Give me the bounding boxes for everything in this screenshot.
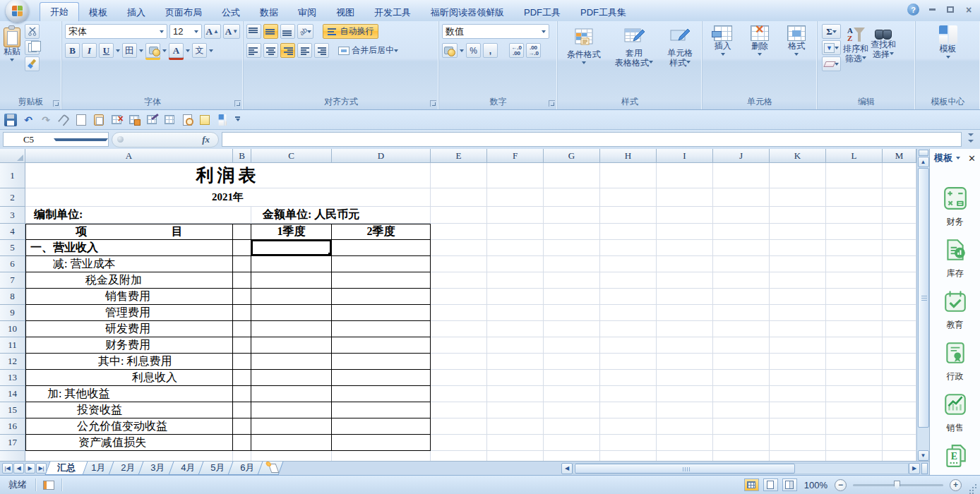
cell-M4[interactable] [883,224,916,240]
zoom-slider[interactable] [853,484,943,486]
grow-font-button[interactable]: A▲ [204,24,221,39]
cell-B12[interactable] [233,354,251,370]
cell-F1[interactable] [487,163,544,188]
next-sheet-button[interactable]: ▶ [25,463,35,474]
row-header-10[interactable]: 10 [0,321,25,337]
cell-K8[interactable] [770,289,826,305]
cell-E14[interactable] [431,386,487,402]
paste-button[interactable]: 粘贴 [3,24,21,64]
redo-arrow-icon[interactable]: ↷ [40,114,52,126]
customize-qat-button[interactable] [235,116,240,124]
font-size-combo[interactable]: 12 [169,24,202,39]
cell-C14[interactable] [251,386,332,402]
cell-I13[interactable] [657,370,713,386]
cell-C10[interactable] [251,321,332,337]
row-header-17[interactable]: 17 [0,435,25,451]
cell-J18[interactable] [713,451,770,461]
cell-D12[interactable] [332,354,431,370]
ribbon-tab-PDF工具集[interactable]: PDF工具集 [570,4,636,21]
fx-button[interactable]: fx [202,134,210,145]
ribbon-tab-页面布局[interactable]: 页面布局 [155,4,212,21]
ribbon-tab-数据[interactable]: 数据 [250,4,288,21]
number-format-combo[interactable]: 数值 [442,24,549,39]
cell-K4[interactable] [770,224,826,240]
insert-worksheet-tab[interactable] [258,462,284,475]
cell-B7[interactable] [233,272,251,289]
row-header-2[interactable]: 2 [0,188,25,207]
cell-J11[interactable] [713,337,770,354]
cell-E1[interactable] [431,163,487,188]
increase-decimal-button[interactable]: ←.0.00 [509,43,524,58]
cell-H5[interactable] [600,240,657,256]
cell-M16[interactable] [883,418,916,435]
format-painter-button[interactable] [25,56,40,71]
cell-A12[interactable]: 其中: 利息费用 [25,354,233,370]
cell-L5[interactable] [826,240,883,256]
cell-A5[interactable]: 一、营业收入 [25,240,233,256]
cell-D14[interactable] [332,386,431,402]
cell-K11[interactable] [770,337,826,354]
cell-F10[interactable] [487,321,544,337]
name-box[interactable]: C5 [3,132,109,147]
sheet-tab-汇总[interactable]: 汇总 [45,462,88,475]
cell-E17[interactable] [431,435,487,451]
vertical-scrollbar[interactable]: ▲ ▼ [916,149,929,461]
delete-cells-button[interactable]: 删除 [751,24,769,58]
column-header-F[interactable]: F [487,149,544,163]
cell-G8[interactable] [544,289,600,305]
cell-B10[interactable] [233,321,251,337]
layout-blocks-icon[interactable] [216,114,229,126]
row-header-3[interactable]: 3 [0,207,25,224]
cell-M8[interactable] [883,289,916,305]
cell-I6[interactable] [657,256,713,272]
cell-H6[interactable] [600,256,657,272]
cell-M9[interactable] [883,305,916,321]
cell-E9[interactable] [431,305,487,321]
cell-L15[interactable] [826,402,883,418]
column-header-D[interactable]: D [332,149,431,163]
cell-F6[interactable] [487,256,544,272]
cell-G18[interactable] [544,451,600,461]
cell-D4[interactable]: 2季度 [332,224,431,240]
cell-K14[interactable] [770,386,826,402]
page-layout-view-button[interactable] [763,478,778,491]
cell-F12[interactable] [487,354,544,370]
cell-M17[interactable] [883,435,916,451]
cut-button[interactable] [25,24,40,39]
accounting-dropdown-arrow[interactable] [460,49,464,54]
cell-D16[interactable] [332,418,431,435]
normal-view-button[interactable] [744,478,759,491]
cell-J2[interactable] [713,188,770,207]
cell-L11[interactable] [826,337,883,354]
cell-E2[interactable] [431,188,487,207]
copy-button[interactable] [25,40,40,55]
align-middle-button[interactable] [263,24,278,39]
cell-E10[interactable] [431,321,487,337]
row-header-5[interactable]: 5 [0,240,25,256]
cell-A9[interactable]: 管理费用 [25,305,233,321]
column-header-H[interactable]: H [600,149,657,163]
sidebar-dropdown-arrow[interactable] [956,157,960,162]
close-button[interactable]: × [963,5,974,15]
cell-C8[interactable] [251,289,332,305]
horizontal-scrollbar[interactable]: ◀ ▶ [561,462,929,476]
accounting-format-button[interactable] [442,43,458,58]
cell-F13[interactable] [487,370,544,386]
row-header-8[interactable]: 8 [0,289,25,305]
cell-I7[interactable] [657,272,713,289]
cell-I4[interactable] [657,224,713,240]
sidebar-item-销售[interactable]: 销售 [930,392,980,443]
cell-I15[interactable] [657,402,713,418]
ribbon-tab-公式[interactable]: 公式 [212,4,250,21]
help-icon[interactable]: ? [907,4,919,16]
cell-H2[interactable] [600,188,657,207]
horizontal-split-handle[interactable] [921,463,928,474]
cell-F18[interactable] [487,451,544,461]
cell-F17[interactable] [487,435,544,451]
cell-A15[interactable]: 投资收益 [25,402,233,418]
row-header-1[interactable]: 1 [0,163,25,188]
align-bottom-button[interactable] [280,24,295,39]
row-header-7[interactable]: 7 [0,272,25,289]
cell-M18[interactable] [883,451,916,461]
cell-M12[interactable] [883,354,916,370]
